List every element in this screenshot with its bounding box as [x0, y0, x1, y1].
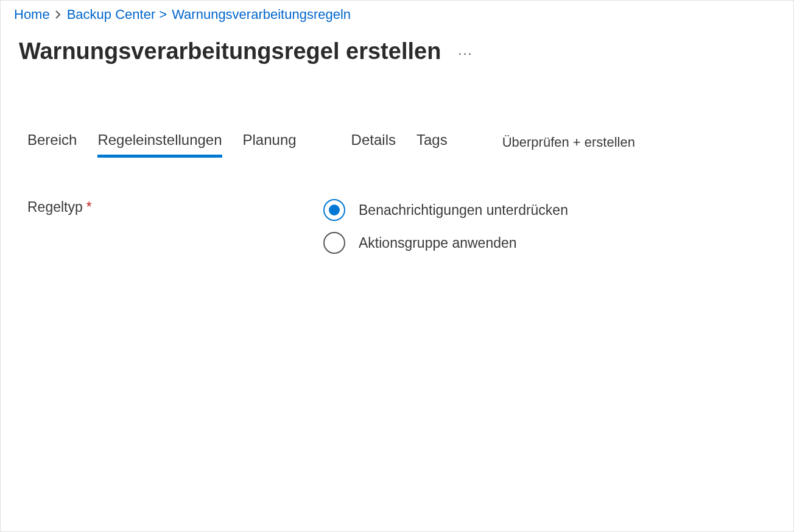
- rule-type-label-text: Regeltyp: [27, 199, 83, 215]
- tab-regeleinstellungen[interactable]: Regeleinstellungen: [97, 131, 222, 158]
- breadcrumb-home[interactable]: Home: [14, 7, 50, 23]
- breadcrumb-backup-center[interactable]: Backup Center >: [67, 7, 167, 23]
- form-section: Regeltyp * Benachrichtigungen unterdrück…: [1, 158, 793, 254]
- radio-button-icon: [323, 232, 345, 254]
- required-mark: *: [86, 199, 92, 215]
- rule-type-radio-group: Benachrichtigungen unterdrücken Aktionsg…: [323, 199, 568, 254]
- radio-apply-action-group[interactable]: Aktionsgruppe anwenden: [323, 232, 568, 254]
- tab-bereich[interactable]: Bereich: [27, 131, 77, 158]
- more-actions-icon[interactable]: ···: [458, 42, 473, 61]
- tab-details[interactable]: Details: [351, 131, 396, 158]
- radio-suppress-notifications[interactable]: Benachrichtigungen unterdrücken: [323, 199, 568, 221]
- tab-planung[interactable]: Planung: [243, 131, 297, 158]
- breadcrumb: Home Backup Center > Warnungsverarbeitun…: [1, 1, 793, 23]
- rule-type-label: Regeltyp *: [27, 199, 323, 215]
- tab-review-create[interactable]: Überprüfen + erstellen: [502, 135, 635, 158]
- page-title: Warnungsverarbeitungsregel erstellen: [19, 38, 441, 65]
- page-title-row: Warnungsverarbeitungsregel erstellen ···: [1, 23, 793, 65]
- tab-tags[interactable]: Tags: [416, 131, 448, 158]
- breadcrumb-rules[interactable]: Warnungsverarbeitungsregeln: [172, 7, 351, 23]
- radio-suppress-label: Benachrichtigungen unterdrücken: [359, 202, 568, 219]
- radio-button-icon: [323, 199, 345, 221]
- radio-apply-action-group-label: Aktionsgruppe anwenden: [359, 235, 517, 251]
- tabs: Bereich Regeleinstellungen Planung Detai…: [1, 65, 793, 158]
- chevron-right-icon: [55, 10, 62, 19]
